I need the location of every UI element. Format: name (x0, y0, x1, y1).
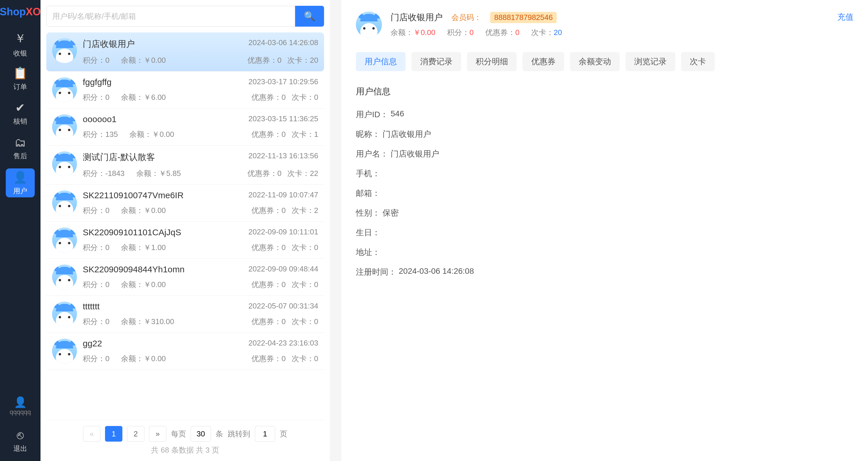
search-input[interactable] (46, 6, 295, 27)
sidebar-item-order[interactable]: 📋 订单 (6, 64, 35, 93)
user-icon: 👤 (13, 171, 28, 184)
user-cards: 次卡：0 (292, 243, 318, 253)
user-list-item[interactable]: 门店收银用户2024-03-06 14:26:08积分：0余额：￥0.00优惠券… (46, 32, 324, 71)
sidebar-item-label: 用户 (13, 186, 27, 196)
user-coupons: 优惠券：0 (251, 354, 286, 364)
user-balance: 余额：￥1.00 (121, 243, 166, 253)
user-list-item[interactable]: SK220909094844Yh1omn2022-09-09 09:48:44积… (46, 259, 324, 296)
sidebar-item-cash[interactable]: ￥ 收银 (6, 30, 35, 58)
detail-header: 门店收银用户 会员码： 88881787982546 余额：￥0.00 积分：0… (356, 11, 854, 38)
section-title: 用户信息 (356, 86, 854, 97)
user-list-item[interactable]: SK220909101101CAjJqS2022-09-09 10:11:01积… (46, 222, 324, 259)
sidebar-item-verify[interactable]: ✔ 核销 (6, 99, 35, 128)
cash-icon: ￥ (14, 30, 26, 46)
avatar (52, 265, 77, 289)
user-coupons: 优惠券：0 (251, 206, 286, 216)
pagination: « 1 2 » 每页 条 跳转到 页 共 68 条数据 共 3 页 (46, 420, 324, 461)
per-page-input[interactable] (191, 426, 211, 441)
user-balance: 余额：￥0.00 (121, 354, 166, 364)
user-name: SK221109100747Vme6IR (83, 190, 184, 200)
points-label: 积分： (447, 28, 470, 37)
page-2-button[interactable]: 2 (127, 426, 144, 441)
user-balance: 余额：￥0.00 (129, 129, 174, 140)
user-name: ttttttt (83, 302, 99, 311)
user-points: 积分：0 (83, 280, 110, 290)
tab[interactable]: 优惠券 (523, 52, 564, 71)
tab[interactable]: 用户信息 (356, 52, 406, 71)
member-code-badge: 88881787982546 (490, 12, 557, 23)
user-date: 2022-09-09 10:11:01 (249, 227, 318, 237)
info-row: 注册时间：2024-03-06 14:26:08 (356, 267, 854, 278)
user-date: 2022-05-07 00:31:34 (249, 302, 318, 311)
recharge-button[interactable]: 充值 (837, 11, 854, 23)
user-date: 2023-03-17 10:29:56 (249, 77, 318, 87)
sidebar-item-after[interactable]: 🗂 售后 (6, 134, 35, 163)
wallet-icon: 🗂 (14, 136, 26, 149)
sidebar-item-user[interactable]: 👤 用户 (6, 168, 35, 197)
user-points: 积分：0 (83, 243, 110, 253)
search-button[interactable]: 🔍 (295, 6, 324, 27)
account-name: qqqqqq (9, 408, 31, 416)
page-prev-button[interactable]: « (83, 426, 100, 441)
jump-input[interactable] (255, 426, 275, 441)
user-list-panel: 🔍 门店收银用户2024-03-06 14:26:08积分：0余额：￥0.00优… (40, 0, 330, 461)
user-cards: 次卡：0 (292, 316, 318, 327)
user-date: 2024-03-06 14:26:08 (249, 38, 318, 50)
info-label: 用户ID： (356, 109, 388, 120)
detail-panel: 门店收银用户 会员码： 88881787982546 余额：￥0.00 积分：0… (341, 0, 868, 461)
tab[interactable]: 浏览记录 (625, 52, 675, 71)
avatar (52, 302, 77, 327)
tab[interactable]: 消费记录 (411, 52, 461, 71)
user-date: 2023-03-15 11:36:25 (249, 114, 318, 124)
user-list-item[interactable]: gg222022-04-23 23:16:03积分：0余额：￥0.00优惠券：0… (46, 333, 324, 370)
page-next-button[interactable]: » (149, 426, 166, 441)
sidebar-account[interactable]: 👤 qqqqqq (6, 392, 35, 421)
user-balance: 余额：￥5.85 (136, 168, 181, 179)
user-points: 积分：0 (83, 55, 110, 65)
sidebar-item-logout[interactable]: ⎋ 退出 (6, 426, 35, 455)
user-name: 门店收银用户 (83, 38, 135, 50)
sidebar-item-label: 核销 (13, 117, 27, 126)
member-code-label: 会员码： (452, 12, 482, 23)
page-1-button[interactable]: 1 (105, 426, 122, 441)
user-list-item[interactable]: SK221109100747Vme6IR2022-11-09 10:07:47积… (46, 185, 324, 222)
user-list-item[interactable]: oooooo12023-03-15 11:36:25积分：135余额：￥0.00… (46, 109, 324, 146)
logo-xo: XO (26, 6, 41, 18)
user-points: 积分：0 (83, 92, 110, 102)
tab[interactable]: 积分明细 (467, 52, 517, 71)
user-list-item[interactable]: fggfgffg2023-03-17 10:29:56积分：0余额：￥6.00优… (46, 71, 324, 109)
user-balance: 余额：￥0.00 (121, 55, 166, 65)
user-points: 积分：0 (83, 354, 110, 364)
search-icon: 🔍 (304, 11, 315, 22)
user-date: 2022-09-09 09:48:44 (249, 265, 318, 274)
user-balance: 余额：￥6.00 (121, 92, 166, 102)
coupons-label: 优惠券： (485, 28, 515, 37)
avatar (52, 38, 77, 63)
user-name: SK220909101101CAjJqS (83, 227, 181, 237)
user-list-item[interactable]: ttttttt2022-05-07 00:31:34积分：0余额：￥310.00… (46, 296, 324, 333)
user-cards: 次卡：0 (292, 92, 318, 102)
user-name: fggfgffg (83, 77, 112, 87)
balance-label: 余额： (391, 28, 413, 37)
user-coupons: 优惠券：0 (251, 280, 286, 290)
cards-value: 20 (554, 28, 562, 37)
user-list[interactable]: 门店收银用户2024-03-06 14:26:08积分：0余额：￥0.00优惠券… (46, 32, 324, 420)
check-icon: ✔ (16, 101, 25, 114)
info-label: 地址： (356, 247, 380, 258)
user-cards: 次卡：0 (292, 280, 318, 290)
sidebar-item-label: 收银 (13, 49, 27, 58)
jump-unit: 页 (280, 429, 287, 439)
tab[interactable]: 余额变动 (570, 52, 620, 71)
search-bar: 🔍 (46, 6, 324, 27)
info-value: 门店收银用户 (391, 149, 439, 159)
page-summary: 共 68 条数据 共 3 页 (46, 445, 324, 455)
user-name: gg22 (83, 339, 102, 348)
info-row: 手机： (356, 168, 854, 179)
info-row: 生日： (356, 227, 854, 238)
avatar (52, 114, 77, 139)
points-value: 0 (470, 28, 474, 37)
detail-user-name: 门店收银用户 (391, 11, 443, 24)
tab[interactable]: 次卡 (681, 52, 715, 71)
user-list-item[interactable]: 测试门店-默认散客2022-11-13 16:13:56积分：-1843余额：￥… (46, 146, 324, 185)
user-name: 测试门店-默认散客 (83, 151, 155, 163)
